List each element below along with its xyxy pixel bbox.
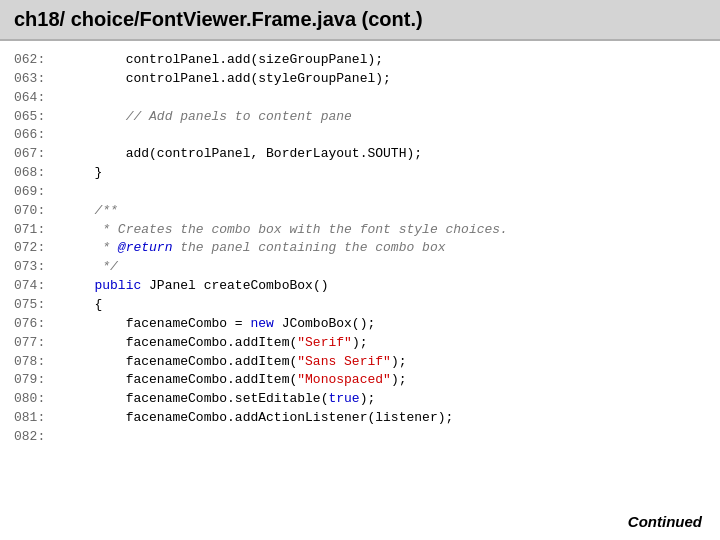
line-number: 069: <box>14 183 63 202</box>
table-row: 082: <box>14 428 706 447</box>
code-body: 062: controlPanel.add(sizeGroupPanel);06… <box>14 51 706 447</box>
line-number: 070: <box>14 202 63 221</box>
line-number: 074: <box>14 277 63 296</box>
line-number: 062: <box>14 51 63 70</box>
table-row: 078: facenameCombo.addItem("Sans Serif")… <box>14 353 706 372</box>
code-line <box>63 183 706 202</box>
table-row: 076: facenameCombo = new JComboBox(); <box>14 315 706 334</box>
continued-label: Continued <box>628 513 702 530</box>
page-title: ch18/ choice/FontViewer.Frame.java (cont… <box>14 8 423 30</box>
code-line: */ <box>63 258 706 277</box>
table-row: 063: controlPanel.add(styleGroupPanel); <box>14 70 706 89</box>
code-line: facenameCombo = new JComboBox(); <box>63 315 706 334</box>
table-row: 067: add(controlPanel, BorderLayout.SOUT… <box>14 145 706 164</box>
code-line: public JPanel createComboBox() <box>63 277 706 296</box>
table-row: 068: } <box>14 164 706 183</box>
line-number: 071: <box>14 221 63 240</box>
line-number: 067: <box>14 145 63 164</box>
table-row: 066: <box>14 126 706 145</box>
line-number: 077: <box>14 334 63 353</box>
code-line: facenameCombo.addItem("Monospaced"); <box>63 371 706 390</box>
table-row: 081: facenameCombo.addActionListener(lis… <box>14 409 706 428</box>
line-number: 078: <box>14 353 63 372</box>
table-row: 071: * Creates the combo box with the fo… <box>14 221 706 240</box>
line-number: 079: <box>14 371 63 390</box>
table-row: 064: <box>14 89 706 108</box>
table-row: 075: { <box>14 296 706 315</box>
code-line: // Add panels to content pane <box>63 108 706 127</box>
table-row: 070: /** <box>14 202 706 221</box>
table-row: 072: * @return the panel containing the … <box>14 239 706 258</box>
code-line: add(controlPanel, BorderLayout.SOUTH); <box>63 145 706 164</box>
code-line: controlPanel.add(sizeGroupPanel); <box>63 51 706 70</box>
code-line <box>63 428 706 447</box>
table-row: 065: // Add panels to content pane <box>14 108 706 127</box>
code-line: facenameCombo.addItem("Sans Serif"); <box>63 353 706 372</box>
line-number: 076: <box>14 315 63 334</box>
code-line: * Creates the combo box with the font st… <box>63 221 706 240</box>
code-content: 062: controlPanel.add(sizeGroupPanel);06… <box>0 41 720 457</box>
line-number: 073: <box>14 258 63 277</box>
table-row: 074: public JPanel createComboBox() <box>14 277 706 296</box>
code-line: /** <box>63 202 706 221</box>
line-number: 066: <box>14 126 63 145</box>
code-line: facenameCombo.setEditable(true); <box>63 390 706 409</box>
line-number: 065: <box>14 108 63 127</box>
table-row: 079: facenameCombo.addItem("Monospaced")… <box>14 371 706 390</box>
code-line <box>63 126 706 145</box>
code-line: } <box>63 164 706 183</box>
line-number: 063: <box>14 70 63 89</box>
line-number: 080: <box>14 390 63 409</box>
table-row: 069: <box>14 183 706 202</box>
line-number: 072: <box>14 239 63 258</box>
code-line: facenameCombo.addItem("Serif"); <box>63 334 706 353</box>
line-number: 082: <box>14 428 63 447</box>
line-number: 068: <box>14 164 63 183</box>
code-line: facenameCombo.addActionListener(listener… <box>63 409 706 428</box>
table-row: 077: facenameCombo.addItem("Serif"); <box>14 334 706 353</box>
line-number: 064: <box>14 89 63 108</box>
code-line: { <box>63 296 706 315</box>
table-row: 073: */ <box>14 258 706 277</box>
code-table: 062: controlPanel.add(sizeGroupPanel);06… <box>14 51 706 447</box>
page-header: ch18/ choice/FontViewer.Frame.java (cont… <box>0 0 720 41</box>
line-number: 081: <box>14 409 63 428</box>
code-line: * @return the panel containing the combo… <box>63 239 706 258</box>
code-line: controlPanel.add(styleGroupPanel); <box>63 70 706 89</box>
code-line <box>63 89 706 108</box>
table-row: 062: controlPanel.add(sizeGroupPanel); <box>14 51 706 70</box>
table-row: 080: facenameCombo.setEditable(true); <box>14 390 706 409</box>
line-number: 075: <box>14 296 63 315</box>
